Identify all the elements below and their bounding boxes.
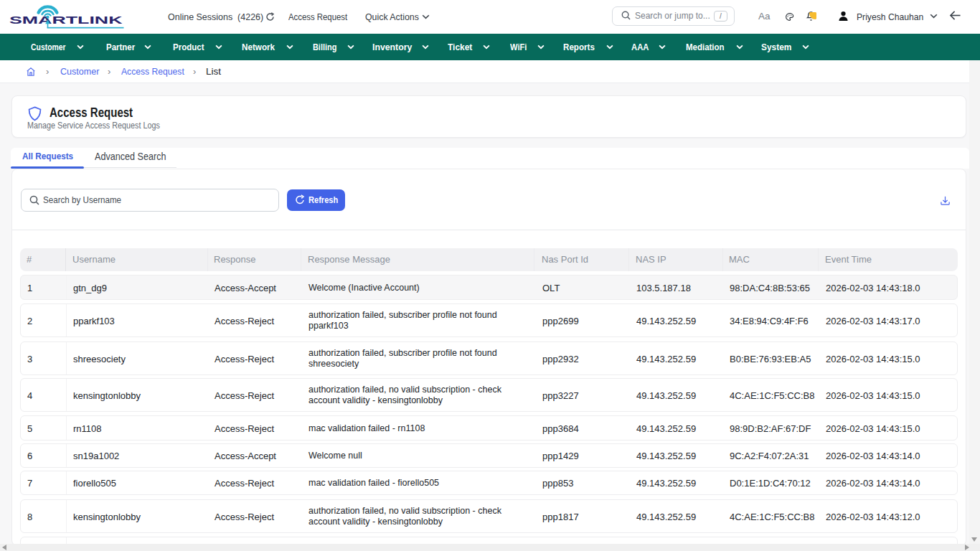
- svg-text:SMARTLINK: SMARTLINK: [9, 14, 123, 26]
